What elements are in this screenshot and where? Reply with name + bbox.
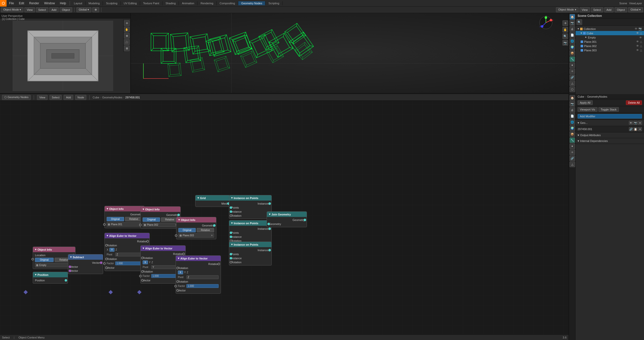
plane001-original-btn[interactable]: Original [107,217,124,221]
props-bottom-world[interactable]: 🌍 [570,125,575,131]
iop3-points-in-sock[interactable] [230,253,232,255]
add-btn-node[interactable]: Add [64,95,73,100]
ae2-rot-in2[interactable] [141,270,144,273]
props-bottom-scene2[interactable]: 🌐 [570,119,575,125]
join-geo-in-sock[interactable] [267,223,270,225]
iop1-points-in[interactable] [230,206,232,209]
props-world-icon[interactable]: 🌍 [570,44,575,50]
apply-all-btn[interactable]: Apply All [578,100,593,105]
ae1-factor-socket[interactable] [103,262,106,265]
tab-animation[interactable]: Animation [179,1,197,5]
delete-all-btn[interactable]: Delete All [626,100,642,105]
grid-tool[interactable]: ⊞ [124,46,130,51]
ae3-rot-out[interactable] [218,263,220,265]
outliner-item-empty[interactable]: ✦ Empty 👁 [576,35,644,40]
cursor-tool-2[interactable]: ✛ [562,20,568,26]
ae3-factor-socket[interactable] [174,285,177,287]
tab-geometry-nodes[interactable]: Geometry Nodes [238,1,265,5]
plane003-obj-socket[interactable] [175,234,177,237]
add-btn[interactable]: Add [49,7,59,12]
props-bottom-obj[interactable]: 📦 [570,131,575,137]
geo-mod-del-btn[interactable]: ✕ [638,121,642,125]
tab-shading[interactable]: Shading [163,1,179,5]
ae1-rot-in[interactable] [105,244,108,247]
iop1-rot-in[interactable] [230,214,232,217]
node-editor[interactable]: ⬡ Geometry Nodes View Select Add Node Cu… [0,94,569,340]
tab-sculpting[interactable]: Sculpting [103,1,120,5]
sub-vector-out[interactable] [100,261,102,264]
view-btn[interactable]: View [24,7,35,12]
ae1-rot-out[interactable] [146,240,149,243]
eye-icon[interactable]: 👁 [635,27,637,30]
position-collapse-icon[interactable]: ▾ [35,273,36,276]
node-group-copy-btn[interactable]: 📋 [633,127,637,131]
transform-btn[interactable]: ⊕ [92,7,99,12]
props-bottom-scene[interactable]: 🏠 [570,95,575,101]
camera-tool[interactable]: 🎥 [124,39,130,45]
geo-mod-render-btn[interactable]: 📷 [633,121,637,125]
plane003-relative-btn[interactable]: Relative [197,228,214,232]
plane001-collapse-icon[interactable]: ▾ [107,207,108,210]
select-btn-node[interactable]: Select [50,95,62,100]
ae1-vec-in[interactable] [105,267,108,269]
ae3-rot-in2[interactable] [176,280,179,283]
tab-texture-paint[interactable]: Texture Paint [140,1,163,5]
plane002-geo-socket[interactable] [177,214,180,216]
props-bottom-viewlayer[interactable]: 📄 [570,113,575,119]
iop2-points-in-sock[interactable] [230,232,232,234]
ae2-collapse-icon[interactable]: ▾ [143,247,144,250]
plane003-close[interactable]: ✕ [211,234,213,237]
props-view-layer-icon[interactable]: 📄 [570,32,575,38]
move-tool[interactable]: ⊕ [124,33,130,39]
grid-collapse-icon[interactable]: ▾ [197,196,199,200]
object-btn-2[interactable]: Object [615,7,627,12]
eye-icon-cube[interactable]: 👁 [636,31,639,35]
hand-tool-2[interactable]: ✋ [562,27,568,32]
output-attrs-section[interactable]: ▾ Output Attributes [576,132,644,138]
sub-vec-in-2[interactable] [69,270,71,272]
node-group-del-btn[interactable]: ✕ [638,127,642,131]
props-data-icon[interactable]: △ [570,81,575,86]
iop3-rot-in[interactable] [230,261,232,263]
plane002-obj-socket[interactable] [139,224,142,226]
outliner-filter-btn[interactable]: 🔍 [577,19,582,25]
internal-deps-section[interactable]: ▾ Internal Dependencies [576,138,644,144]
menu-help[interactable]: Help [57,0,69,6]
eye-icon-plane003[interactable]: 👁 [636,49,639,52]
breadcrumb-cube[interactable]: Cube [93,96,99,99]
tab-modeling[interactable]: Modeling [86,1,103,5]
props-particles-icon[interactable]: ✦ [570,62,575,68]
plane001-relative-btn[interactable]: Relative [125,217,142,221]
props-modifier-icon[interactable]: 🔧 [570,56,575,62]
props-render-icon[interactable]: 📷 [570,20,575,26]
ae2-factor-socket[interactable] [139,275,142,277]
node-btn-node[interactable]: Node [75,95,86,100]
iop3-inst-in[interactable] [230,257,232,259]
ae3-factor-val[interactable]: 1.000 [186,284,219,288]
position-socket-out[interactable] [65,279,67,282]
props-physics-icon[interactable]: ⚛ [570,68,575,74]
plane003-collapse-icon[interactable]: ▾ [178,218,180,221]
tab-compositing[interactable]: Compositing [217,1,238,5]
global-btn-2[interactable]: Global ▾ [628,7,643,12]
viewport-right[interactable]: X Y Z ✛ ✋ 🔍 📷 [131,13,569,94]
tab-uv-editing[interactable]: UV Editing [121,1,140,5]
outliner-item-plane003[interactable]: Plane.003 👁 △ [576,48,644,52]
menu-render[interactable]: Render [27,0,42,6]
iop1-inst-out[interactable] [268,202,271,205]
render-eye-icon[interactable]: 📷 [638,27,642,30]
tab-scripting[interactable]: Scripting [265,1,283,5]
object-mode-btn-2[interactable]: Object Mode ▾ [556,7,578,12]
original-btn[interactable]: Original [35,258,54,262]
ae3-rot-in[interactable] [176,267,179,269]
sub-vec-in-1[interactable] [69,266,71,268]
viewport-left[interactable]: User Perspective [1] Collection | Cube [0,13,131,94]
outliner-item-plane001[interactable]: Plane.001 👁 △ [576,40,644,44]
plane003-original-btn[interactable]: Original [178,228,196,232]
ae3-collapse-icon[interactable]: ▾ [178,257,179,260]
global-btn[interactable]: Global ▾ [76,7,91,12]
plane002-relative-btn[interactable]: Relative [161,217,178,222]
props-constraints-icon[interactable]: 🔗 [570,74,575,80]
iop1-collapse-icon[interactable]: ▾ [231,196,233,200]
view-btn-node[interactable]: View [37,95,48,100]
